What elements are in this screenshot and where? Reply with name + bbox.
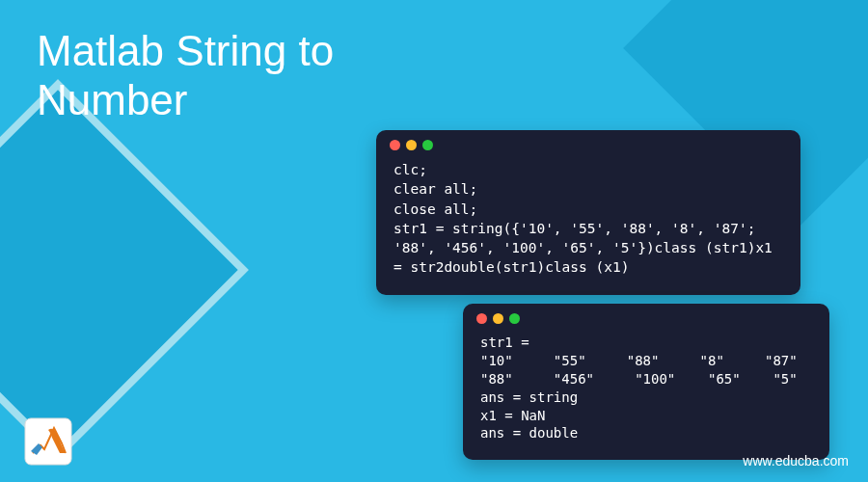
code-window-output: str1 = "10" "55" "88" "8" "87" "88" "456… (463, 304, 829, 460)
code-window-input: clc; clear all; close all; str1 = string… (376, 130, 800, 295)
page-title: Matlab String to Number (37, 27, 334, 124)
title-line2: Number (37, 76, 188, 123)
window-controls (376, 130, 800, 156)
matlab-logo-icon (23, 416, 73, 467)
code-input-content: clc; clear all; close all; str1 = string… (376, 156, 800, 295)
watermark: www.educba.com (743, 453, 849, 469)
close-icon (476, 313, 487, 324)
maximize-icon (509, 313, 520, 324)
window-controls (463, 304, 829, 330)
code-output-content: str1 = "10" "55" "88" "8" "87" "88" "456… (463, 330, 829, 460)
bg-decor-left (0, 79, 249, 461)
title-line1: Matlab String to (37, 27, 334, 74)
maximize-icon (422, 140, 433, 150)
minimize-icon (493, 313, 503, 324)
minimize-icon (406, 140, 417, 150)
close-icon (390, 140, 400, 150)
